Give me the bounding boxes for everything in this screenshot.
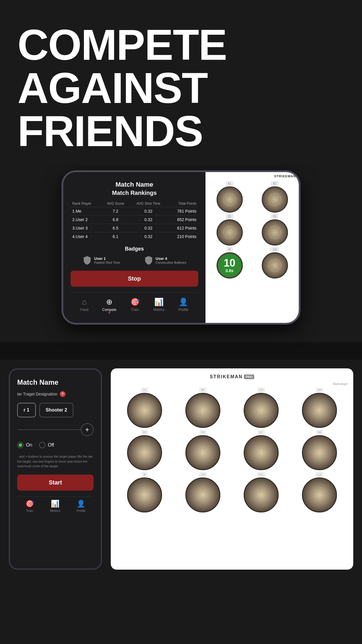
nav-train-label: Train [131,308,139,312]
table-row: 3.User 3 6.5 0.32 612 Points [71,224,198,232]
target-circle2-g7 [244,435,279,470]
rank-4: 4.User 4 [71,232,101,241]
shot-time-1: 0.32 [130,207,167,216]
badge-desc-1: Fastest Shot Time [94,261,120,264]
strikeman-pro-header: STRIKEMAN PRO [117,374,347,379]
table-row: 4.User 4 6.1 0.32 210 Points [71,232,198,241]
target-cell2-e5: E5 [117,430,173,470]
target-cell-j10: J10 [253,247,296,279]
badge-user-1: User 1 [94,256,120,261]
shield-icon-2 [144,256,153,265]
target-circle-a1 [217,186,243,213]
target-label-i9: I9 [226,247,232,252]
home-icon: ⌂ [82,298,87,307]
shield-icon-1 [82,256,92,265]
col-avg-score: AVG Score [101,200,130,207]
profile-icon: 👤 [179,298,188,307]
target-label2-j10: J10 [199,473,207,477]
start-button[interactable]: Start [17,475,94,491]
target-label-e5: E5 [226,214,233,219]
bottom-left-panel: Match Name ter Traget Designation ? r 1 … [9,368,102,570]
nav-train[interactable]: 🎯 Train [130,298,140,312]
active-dot [108,312,110,314]
target-label2-b2: B2 [200,388,206,392]
off-label: Off [48,442,54,448]
bottom-nav2: 🎯 Train 📊 Metrics 👤 Profile [17,496,94,512]
add-shooter-row: + [17,423,94,436]
nav-metrics[interactable]: 📊 Metrics [153,298,165,312]
target-circle2-k11 [244,477,279,512]
shot-time-2: 0.32 [130,216,167,224]
badges-title: Badges [71,246,198,252]
rank-2: 2.User 2 [71,216,101,224]
points-1: 781 Points [167,207,198,216]
target-cell2-l12: L12 [291,473,347,512]
target-circle-e5 [217,219,243,246]
shooter1-button[interactable]: r 1 [17,403,36,417]
target-label2-i9: I9 [142,473,147,477]
target-label-a1: A1 [226,181,233,186]
divider [0,342,362,360]
table-row: 2.User 2 6.8 0.32 652 Points [71,216,198,224]
phone-right-panel: STRIKEMAN A1 B2 E5 F6 [205,172,299,323]
strikeman-pro-text: STRIKEMAN [210,374,243,379]
radio-off[interactable] [39,442,45,448]
add-shooter-button[interactable]: + [81,423,94,436]
nav2-metrics-label: Metrics [50,509,60,512]
pro-badge: PRO [244,374,254,379]
shot-time-4: 0.32 [130,232,167,241]
radio-on-fill [19,443,22,447]
radio-on[interactable] [17,442,24,448]
target-circle2-e5 [127,435,162,470]
nav-compete[interactable]: ⊕ Compete [102,298,117,312]
target-cell2-b2: B2 [175,388,231,428]
nav-profile-label: Profile [178,308,188,312]
bottom-section: Match Name ter Traget Designation ? r 1 … [0,360,362,578]
nav2-metrics[interactable]: 📊 Metrics [50,500,60,512]
target-label2-h8: H8 [316,430,323,434]
target-label2-c3: C3 [258,388,264,392]
on-label: On [26,442,32,448]
col-rank-player: Rank Player [71,200,101,207]
bottom-nav: ⌂ Feed ⊕ Compete 🎯 Train 📊 Metrics [71,293,198,314]
toggle-on[interactable]: On [17,442,32,448]
nav2-profile-label: Profile [76,509,85,512]
target-designation-label: ter Traget Designation [17,392,57,396]
target-circle-i9: 10 0.8s [217,252,243,279]
bottom-right-panel: STRIKEMAN PRO Multi-target A1 B2 C3 D4 [111,368,353,570]
target-cell2-d4: D4 [291,388,347,428]
target-cell2-j10: J10 [175,473,231,512]
nav2-profile[interactable]: 👤 Profile [76,500,85,512]
toggle-off[interactable]: Off [39,442,54,448]
target-cell2-c3: C3 [233,388,289,428]
help-icon[interactable]: ? [60,391,66,397]
shot-time: 0.8s [226,268,233,273]
target-cell2-h8: H8 [291,430,347,470]
target-label-j10: J10 [270,247,279,252]
hero-section: COMPETE AGAINST FRIENDS [0,0,362,164]
nav-profile[interactable]: 👤 Profile [178,298,188,312]
avg-score-3: 6.5 [101,224,130,232]
target-circle2-a1 [127,393,162,428]
target-label2-l12: L12 [316,473,323,477]
profile2-icon: 👤 [77,500,85,508]
nav2-train[interactable]: 🎯 Train [25,500,34,512]
badge-item-2: User 4 Consecutive Bulleyes [144,256,186,265]
target-circle2-i9 [127,477,162,512]
target-circle2-d4 [302,393,337,428]
target-label-b2: B2 [271,181,278,186]
target-label2-a1: A1 [141,388,147,392]
stop-button[interactable]: Stop [71,271,198,287]
metrics2-icon: 📊 [51,500,59,508]
target-cell-b2: B2 [253,181,296,213]
match-name-heading: Match Name [71,181,198,188]
train2-icon: 🎯 [25,500,34,508]
target-circle2-f6 [185,435,220,470]
nav-feed[interactable]: ⌂ Feed [80,298,88,312]
multi-target-label: Multi-target [117,382,347,386]
target-label2-g7: G7 [258,430,264,434]
shooter2-button[interactable]: Shooter 2 [39,403,74,417]
target-label2-e5: E5 [141,430,147,434]
points-2: 652 Points [167,216,198,224]
points-3: 612 Points [167,224,198,232]
